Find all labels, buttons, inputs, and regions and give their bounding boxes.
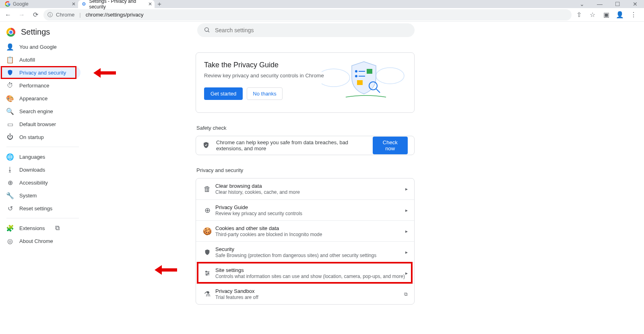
sidebar-item-label: Accessibility (19, 180, 48, 186)
sidebar-item-about[interactable]: ◎About Chrome (0, 234, 80, 247)
palette-icon: 🎨 (6, 95, 14, 102)
clipboard-icon: 📋 (6, 56, 14, 63)
new-tab-button[interactable]: ＋ (155, 0, 164, 8)
svg-point-3 (376, 68, 404, 84)
sidebar-item-label: Search engine (19, 108, 53, 114)
svg-point-0 (205, 27, 208, 31)
chrome-icon: ◎ (6, 237, 14, 245)
row-cookies[interactable]: 🍪 Cookies and other site dataThird-party… (196, 220, 414, 241)
profile-icon[interactable]: 👤 (615, 11, 625, 19)
shield-icon (201, 249, 214, 255)
main-content: Take the Privacy Guide Review key privac… (196, 52, 415, 305)
chevron-right-icon: ▸ (405, 270, 408, 276)
svg-point-16 (208, 272, 209, 274)
sidebar-item-you-and-google[interactable]: 👤You and Google (0, 40, 80, 53)
sidebar-item-reset[interactable]: ↺Reset settings (0, 202, 80, 215)
browser-icon: ▭ (6, 120, 14, 128)
row-subtitle: Third-party cookies are blocked in Incog… (215, 232, 405, 237)
puzzle-icon: 🧩 (6, 224, 14, 232)
no-thanks-button[interactable]: No thanks (247, 87, 283, 100)
browser-toolbar: ← → ⟳ ⓘ Chrome | chrome://settings/priva… (0, 8, 644, 22)
external-link-icon: ⧉ (404, 291, 408, 297)
person-icon: 👤 (6, 43, 14, 50)
sidebar-item-label: Performance (19, 83, 49, 89)
back-button[interactable]: ← (2, 9, 14, 21)
browser-tab-google[interactable]: Google ✕ (2, 0, 78, 8)
svg-point-17 (206, 274, 207, 275)
sidebar-item-label: Autofill (19, 57, 35, 63)
sidebar-item-performance[interactable]: ⏱Performance (0, 79, 80, 92)
chevron-down-icon[interactable]: ⌄ (573, 1, 591, 7)
svg-point-8 (355, 75, 357, 77)
svg-point-6 (355, 70, 357, 73)
close-icon[interactable]: ✕ (148, 1, 152, 7)
sidebar-item-privacy-security[interactable]: Privacy and security (0, 66, 80, 79)
row-subtitle: Trial features are off (215, 295, 404, 300)
menu-icon[interactable]: ⋮ (629, 11, 638, 19)
privacy-security-heading: Privacy and security (196, 167, 415, 173)
search-icon (204, 27, 210, 34)
sidebar-item-label: On startup (19, 134, 44, 140)
sidebar-item-label: Downloads (19, 167, 45, 173)
close-icon[interactable]: ✕ (72, 1, 76, 7)
row-title: Privacy Guide (215, 204, 405, 210)
page-title: Settings (21, 27, 50, 37)
forward-button[interactable]: → (16, 9, 27, 21)
get-started-button[interactable]: Get started (204, 87, 243, 100)
svg-line-1 (208, 31, 209, 32)
minimize-icon[interactable]: — (591, 1, 609, 7)
sidebar-item-label: Default browser (19, 121, 56, 127)
svg-line-11 (376, 89, 380, 93)
sidebar-item-on-startup[interactable]: ⏻On startup (0, 131, 80, 143)
sidebar-item-appearance[interactable]: 🎨Appearance (0, 92, 80, 105)
check-now-button[interactable]: Check now (373, 137, 408, 154)
safety-check-heading: Safety check (196, 125, 415, 131)
browser-tab-settings[interactable]: ⚙ Settings - Privacy and security ✕ (78, 0, 155, 8)
row-clear-browsing-data[interactable]: 🗑 Clear browsing dataClear history, cook… (196, 178, 414, 199)
search-icon: 🔍 (6, 108, 14, 115)
row-title: Privacy Sandbox (215, 288, 404, 294)
sidebar-item-languages[interactable]: 🌐Languages (0, 150, 80, 163)
row-title: Cookies and other site data (215, 225, 405, 231)
close-window-icon[interactable]: ✕ (626, 1, 644, 7)
safety-check-text: Chrome can help keep you safe from data … (216, 139, 373, 151)
svg-rect-5 (357, 80, 363, 85)
chrome-logo-icon (6, 28, 15, 37)
sidebar-item-accessibility[interactable]: ⊕Accessibility (0, 176, 80, 189)
row-security[interactable]: SecuritySafe Browsing (protection from d… (196, 241, 414, 262)
search-settings[interactable] (197, 23, 415, 37)
compass-icon: ⊕ (201, 206, 214, 215)
sidepanel-icon[interactable]: ▣ (601, 11, 611, 19)
svg-point-15 (206, 271, 207, 272)
sidebar-item-label: Reset settings (19, 205, 52, 212)
sidebar-item-downloads[interactable]: ⭳Downloads (0, 163, 80, 176)
gear-icon: ⚙ (81, 1, 87, 7)
sidebar-item-label: Appearance (19, 95, 47, 102)
reset-icon: ↺ (6, 205, 14, 212)
bookmark-icon[interactable]: ☆ (588, 11, 597, 19)
sidebar-divider (6, 147, 79, 147)
sidebar-item-search-engine[interactable]: 🔍Search engine (0, 105, 80, 118)
chevron-right-icon: ▸ (405, 207, 408, 213)
sidebar-item-default-browser[interactable]: ▭Default browser (0, 118, 80, 131)
toolbar-right: ⇧ ☆ ▣ 👤 ⋮ (574, 11, 642, 19)
row-privacy-guide[interactable]: ⊕ Privacy GuideReview key privacy and se… (196, 199, 414, 220)
settings-sidebar: 👤You and Google 📋Autofill Privacy and se… (0, 40, 80, 247)
search-input[interactable] (215, 27, 408, 33)
address-bar[interactable]: ⓘ Chrome | chrome://settings/privacy (43, 9, 572, 21)
speedometer-icon: ⏱ (6, 82, 14, 89)
svg-point-2 (322, 69, 350, 87)
share-icon[interactable]: ⇧ (574, 11, 584, 19)
row-privacy-sandbox[interactable]: ⚗ Privacy SandboxTrial features are off … (196, 283, 414, 304)
reload-button[interactable]: ⟳ (30, 9, 41, 21)
omnibox-scheme: Chrome (56, 12, 74, 18)
sidebar-item-extensions[interactable]: 🧩Extensions⧉ (0, 222, 80, 234)
sidebar-item-autofill[interactable]: 📋Autofill (0, 53, 80, 66)
accessibility-icon: ⊕ (6, 179, 14, 186)
external-link-icon: ⧉ (54, 224, 61, 232)
sidebar-divider (6, 218, 79, 218)
maximize-icon[interactable]: ☐ (609, 1, 626, 7)
row-site-settings[interactable]: Site settingsControls what information s… (196, 262, 414, 283)
site-info-icon[interactable]: ⓘ (47, 11, 53, 19)
sidebar-item-system[interactable]: 🔧System (0, 189, 80, 202)
